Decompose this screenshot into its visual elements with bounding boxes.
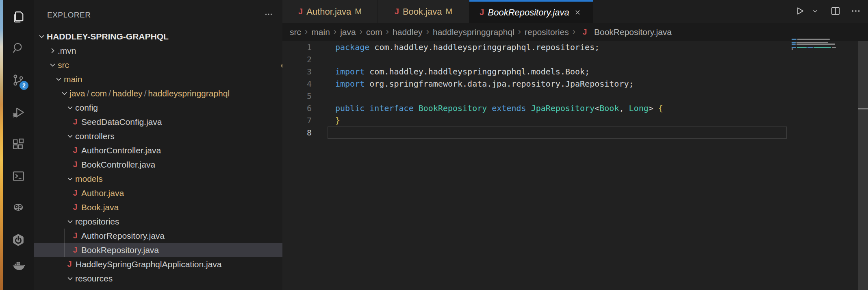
- tree-item-label: BookController.java: [81, 160, 155, 170]
- explorer-sidebar: EXPLORER HADDLEY-SPRING-GRAPHQL.mvnsrcma…: [34, 0, 282, 290]
- run-debug-icon: [11, 105, 26, 120]
- activity-run-debug-button[interactable]: [3, 102, 34, 124]
- breadcrumb-item-repositories[interactable]: repositories: [525, 27, 569, 37]
- java-file-icon: J: [70, 117, 80, 126]
- tree-item-authorcontroller-java[interactable]: JAuthorController.java: [34, 143, 319, 157]
- tab-label: BookRepository.java: [488, 7, 569, 18]
- line-number: 6: [282, 102, 312, 114]
- tab-bookrepository-java[interactable]: JBookRepository.java: [469, 0, 593, 23]
- tree-item-config[interactable]: config: [34, 100, 313, 115]
- tree-item-java-com-haddley-haddleyspringgraphql[interactable]: java/com/haddley/haddleyspringgraphql: [34, 86, 308, 100]
- tab-label: Author.java: [306, 7, 351, 17]
- activity-spring-boot-button[interactable]: [3, 229, 34, 251]
- java-file-icon: J: [70, 188, 80, 198]
- tabs: JAuthor.javaMJBook.javaMJBookRepository.…: [282, 0, 593, 23]
- tree-item-label: java/com/haddley/haddleyspringgraphql: [69, 89, 230, 98]
- token-br: }: [335, 116, 340, 125]
- activity-explorer-button[interactable]: [3, 6, 34, 28]
- tree-item-label: HADDLEY-SPRING-GRAPHQL: [47, 32, 169, 41]
- tree-item-resources[interactable]: resources: [34, 271, 313, 286]
- tree-item-mvn[interactable]: .mvn: [34, 44, 296, 58]
- activity-source-control-button[interactable]: 2: [3, 69, 34, 91]
- tree-item-repositories[interactable]: repositories: [34, 214, 313, 229]
- breadcrumb-item-com[interactable]: com: [366, 27, 382, 37]
- tree-item-label: src: [58, 60, 69, 70]
- minimap[interactable]: [788, 37, 856, 56]
- activity-extensions-button[interactable]: [3, 133, 34, 155]
- token-pl: >: [649, 103, 658, 113]
- tab-book-java[interactable]: JBook.javaM: [378, 0, 469, 23]
- close-icon[interactable]: [573, 8, 583, 17]
- activity-search-button[interactable]: [3, 37, 34, 59]
- tree-item-models[interactable]: models: [34, 172, 313, 186]
- tree-item-author-java[interactable]: JAuthor.javaM: [34, 186, 319, 200]
- token-pl: com.haddley.haddleyspringgraphql.reposit…: [369, 42, 599, 52]
- tree-item-bookrepository-java[interactable]: JBookRepository.java: [34, 243, 319, 257]
- tree-item-haddleyspringgraphqlapplication-java[interactable]: JHaddleySpringGraphqlApplication.java: [34, 257, 313, 271]
- run-icon: [794, 6, 805, 18]
- breadcrumb-item-haddleyspringgraphql[interactable]: haddleyspringgraphql: [433, 27, 514, 37]
- activity-copilot-button[interactable]: [3, 196, 34, 218]
- terminal-icon: [11, 169, 26, 183]
- breadcrumb-item-main[interactable]: main: [311, 27, 330, 37]
- breadcrumb-separator: ›: [518, 26, 521, 37]
- current-line-highlight: [328, 126, 787, 139]
- java-file-icon: J: [580, 28, 590, 37]
- activity-terminal-button[interactable]: [3, 165, 34, 187]
- run-dropdown-button[interactable]: [809, 5, 822, 18]
- search-icon: [11, 41, 26, 55]
- breadcrumb-item-src[interactable]: src: [290, 27, 301, 37]
- extensions-icon: [11, 137, 26, 152]
- code-editor[interactable]: 1package com.haddley.haddleyspringgraphq…: [282, 41, 868, 290]
- java-file-icon: J: [70, 203, 80, 212]
- tree-item-authorrepository-java[interactable]: JAuthorRepository.java: [34, 229, 319, 243]
- token-kw: import: [335, 67, 365, 76]
- token-kw: public: [335, 103, 365, 113]
- chevron-down-icon: [65, 174, 75, 183]
- tree-item-label: resources: [75, 274, 113, 283]
- breadcrumb-item-file[interactable]: BookRepository.java: [594, 27, 672, 37]
- split-editor-button[interactable]: [829, 5, 842, 18]
- vertical-scrollbar[interactable]: [858, 41, 868, 290]
- token-kw: import: [335, 79, 365, 89]
- activity-docker-button[interactable]: [3, 255, 34, 277]
- breadcrumb-separator: ›: [386, 26, 389, 37]
- code-line-4: import org.springframework.data.jpa.repo…: [335, 78, 634, 90]
- breadcrumb-item-java[interactable]: java: [340, 27, 356, 37]
- java-file-icon: J: [70, 160, 80, 169]
- tree-item-controllers[interactable]: controllers: [34, 129, 313, 143]
- token-pl: ,: [619, 103, 629, 113]
- tree-item-src[interactable]: src: [34, 58, 296, 72]
- java-file-icon: J: [395, 7, 399, 16]
- token-pl: [365, 103, 369, 113]
- tree-item-seeddataconfig-java[interactable]: JSeedDataConfig.java: [34, 115, 319, 129]
- spring-boot-icon: [11, 233, 26, 247]
- tree-item-label: SeedDataConfig.java: [81, 117, 162, 127]
- chevron-down-icon: [47, 61, 58, 70]
- more-actions-icon: [851, 6, 861, 18]
- tab-label: Book.java: [403, 7, 442, 17]
- tree-item-haddley-spring-graphql[interactable]: HADDLEY-SPRING-GRAPHQL: [34, 29, 285, 44]
- tree-item-main[interactable]: main: [34, 72, 302, 86]
- copilot-icon: [11, 200, 26, 215]
- tree-item-book-java[interactable]: JBook.javaM: [34, 200, 319, 214]
- token-kw: extends: [492, 103, 526, 113]
- more-actions-button[interactable]: [849, 5, 862, 18]
- run-button[interactable]: [793, 5, 806, 18]
- tree-item-label: models: [75, 174, 103, 184]
- java-file-icon: J: [298, 7, 303, 16]
- source-control-badge: 2: [20, 81, 28, 90]
- line-number: 3: [282, 65, 312, 78]
- breadcrumb-item-haddley[interactable]: haddley: [393, 27, 423, 37]
- code-line-7: }: [335, 114, 340, 126]
- docker-icon: [11, 258, 26, 273]
- token-pl: org.springframework.data.jpa.repository.…: [365, 79, 634, 89]
- tree-item-label: config: [75, 103, 98, 113]
- java-file-icon: J: [65, 259, 74, 269]
- tree-item-bookcontroller-java[interactable]: JBookController.java: [34, 157, 319, 172]
- editor-group: JAuthor.javaMJBook.javaMJBookRepository.…: [282, 0, 868, 290]
- line-number: 5: [282, 90, 312, 102]
- java-file-icon: J: [70, 245, 80, 255]
- tab-author-java[interactable]: JAuthor.javaM: [282, 0, 378, 23]
- vscode-window: 2 EXPLORER HADDLEY-SPRING-GRAPHQL.mvnsrc…: [0, 0, 868, 290]
